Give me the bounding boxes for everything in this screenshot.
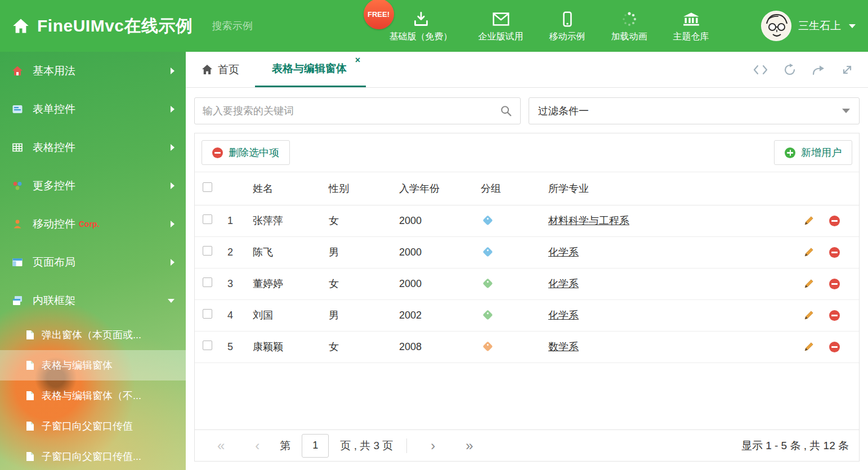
- major-link[interactable]: 化学系: [548, 278, 579, 289]
- delete-selected-button[interactable]: 删除选中项: [202, 140, 290, 165]
- file-icon: [26, 360, 34, 370]
- edit-pencil-icon[interactable]: [803, 278, 815, 289]
- sidebar-subitem-label: 子窗口向父窗口传值...: [42, 450, 141, 463]
- sidebar-item-label: 移动控件: [33, 217, 75, 231]
- sidebar-item-basic-usage[interactable]: 基本用法: [0, 52, 186, 90]
- row-index: 3: [223, 268, 248, 299]
- row-checkbox[interactable]: [203, 214, 212, 224]
- first-page-button[interactable]: «: [205, 439, 237, 453]
- filter-dropdown[interactable]: 过滤条件一: [529, 97, 860, 124]
- select-all-checkbox[interactable]: [203, 182, 212, 192]
- sidebar-item-label: 表格控件: [33, 140, 75, 155]
- chevron-right-icon: [171, 144, 175, 151]
- users-table: 姓名 性别 入学年份 分组 所学专业 1 张萍萍: [195, 172, 859, 363]
- nav-item-theme-repo[interactable]: 主题仓库: [673, 9, 709, 43]
- page-suffix: 页 , 共 3 页: [340, 438, 393, 453]
- tab-tools: [753, 52, 868, 87]
- table-row: 2 陈飞 男 2000 化学系: [195, 236, 859, 268]
- delete-row-icon[interactable]: [829, 247, 840, 258]
- record-summary: 显示 1 - 5 条 , 共 12 条: [741, 438, 849, 453]
- nav-item-basic-free[interactable]: FREE! 基础版（免费）: [390, 9, 453, 43]
- brand[interactable]: FineUIMvc在线示例: [12, 15, 193, 38]
- delete-row-icon[interactable]: [829, 310, 840, 321]
- row-checkbox[interactable]: [203, 309, 212, 319]
- edit-pencil-icon[interactable]: [803, 341, 815, 352]
- chevron-down-icon: [168, 299, 175, 303]
- sidebar-item-grid-controls[interactable]: 表格控件: [0, 128, 186, 167]
- prev-page-button[interactable]: ‹: [243, 439, 272, 453]
- source-code-icon[interactable]: [753, 64, 768, 75]
- cell-name: 刘国: [248, 299, 324, 331]
- major-link[interactable]: 化学系: [548, 247, 579, 258]
- add-user-button[interactable]: 新增用户: [774, 140, 852, 165]
- file-icon: [26, 421, 34, 431]
- header-search: [212, 19, 330, 33]
- sidebar-item-page-layout[interactable]: 页面布局: [0, 243, 186, 281]
- major-link[interactable]: 材料科学与工程系: [548, 215, 629, 226]
- sidebar-subitem-grid-edit-window-2[interactable]: 表格与编辑窗体（不...: [0, 381, 186, 411]
- sidebar-subitem-child-to-parent-2[interactable]: 子窗口向父窗口传值...: [0, 441, 186, 470]
- search-icon[interactable]: [500, 105, 512, 117]
- cell-name: 陈飞: [248, 236, 324, 268]
- spinner-icon: [621, 11, 637, 27]
- edit-pencil-icon[interactable]: [803, 247, 815, 258]
- pager-divider: [406, 438, 407, 453]
- cell-gender: 女: [324, 268, 395, 299]
- corp-badge: Corp.: [79, 220, 100, 229]
- last-page-button[interactable]: »: [453, 439, 485, 453]
- table-row: 4 刘国 男 2002 化学系: [195, 299, 859, 331]
- delete-row-icon[interactable]: [829, 342, 840, 352]
- cell-year: 2002: [395, 299, 476, 331]
- nav-item-loading-animation[interactable]: 加载动画: [611, 9, 647, 43]
- home-icon: [12, 18, 29, 34]
- user-menu[interactable]: 三生石上: [761, 11, 856, 41]
- sidebar-item-mobile-controls[interactable]: 移动控件 Corp.: [0, 205, 186, 243]
- cell-gender: 女: [324, 205, 395, 236]
- major-link[interactable]: 化学系: [548, 310, 579, 321]
- delete-row-icon[interactable]: [829, 216, 840, 226]
- nav-item-enterprise-trial[interactable]: 企业版试用: [478, 9, 524, 43]
- keyword-search-input[interactable]: [203, 105, 500, 117]
- edit-pencil-icon[interactable]: [803, 310, 815, 321]
- header-search-input[interactable]: [212, 20, 343, 32]
- delete-row-icon[interactable]: [829, 279, 840, 289]
- mobile-person-icon: [11, 218, 24, 230]
- row-checkbox[interactable]: [203, 341, 212, 350]
- sidebar-subitem-grid-edit-window[interactable]: 表格与编辑窗体: [0, 350, 186, 381]
- sidebar-subitem-label: 子窗口向父窗口传值: [42, 419, 133, 433]
- tag-icon: [482, 215, 493, 225]
- edit-pencil-icon[interactable]: [803, 215, 815, 226]
- chevron-right-icon: [171, 106, 175, 113]
- page-number-input[interactable]: [302, 434, 329, 458]
- sidebar-subitem-child-to-parent[interactable]: 子窗口向父窗口传值: [0, 411, 186, 441]
- refresh-icon[interactable]: [784, 64, 796, 76]
- row-checkbox[interactable]: [203, 246, 212, 256]
- main-content: 首页 表格与编辑窗体 ×: [186, 52, 868, 470]
- filter-dropdown-value: 过滤条件一: [538, 104, 589, 118]
- major-link[interactable]: 数学系: [548, 341, 579, 352]
- row-checkbox[interactable]: [203, 277, 212, 287]
- open-new-window-icon[interactable]: [812, 64, 825, 75]
- delete-selected-label: 删除选中项: [229, 146, 279, 159]
- tab-grid-edit-window[interactable]: 表格与编辑窗体 ×: [255, 52, 366, 87]
- close-icon[interactable]: ×: [355, 56, 360, 65]
- nav-item-mobile-demo[interactable]: 移动示例: [549, 9, 585, 43]
- mobile-icon: [562, 11, 573, 27]
- pagination-bar: « ‹ 第 页 , 共 3 页 › » 显示 1 - 5 条 , 共 12 条: [195, 429, 859, 461]
- sidebar-item-iframe[interactable]: 内联框架: [0, 281, 186, 320]
- fullscreen-icon[interactable]: [841, 64, 853, 76]
- sidebar-item-form-controls[interactable]: 表单控件: [0, 90, 186, 128]
- tab-home[interactable]: 首页: [186, 52, 255, 87]
- tag-icon: [482, 278, 493, 288]
- chevron-down-icon: [842, 109, 850, 113]
- sidebar-subitem-label: 弹出窗体（本页面或...: [42, 328, 141, 342]
- keyword-search-box: [194, 97, 521, 124]
- sidebar-subitem-popup-window[interactable]: 弹出窗体（本页面或...: [0, 320, 186, 350]
- nav-label: 主题仓库: [673, 31, 709, 43]
- file-icon: [26, 330, 34, 340]
- chevron-right-icon: [171, 221, 175, 227]
- sidebar-item-more-controls[interactable]: 更多控件: [0, 167, 186, 205]
- file-icon: [26, 391, 34, 401]
- plus-circle-icon: [785, 147, 795, 158]
- next-page-button[interactable]: ›: [418, 439, 448, 453]
